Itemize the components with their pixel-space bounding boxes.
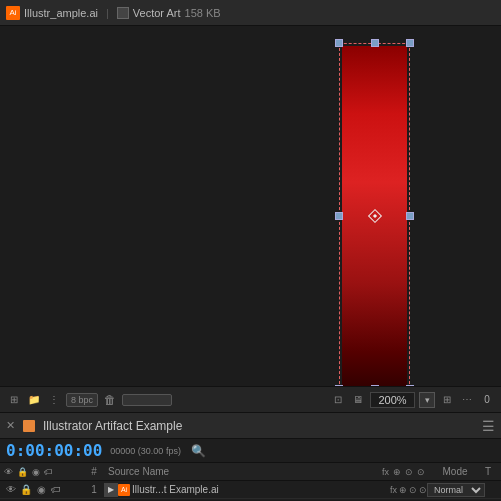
handle-bottom-mid[interactable]	[371, 385, 379, 386]
tag-col-header: 🏷	[44, 467, 53, 477]
file-size: 158 KB	[185, 7, 221, 19]
timecode: 0:00:00:00	[6, 441, 102, 460]
main-area	[0, 26, 501, 386]
monitor-icon[interactable]: 🖥	[350, 392, 366, 408]
col-icons-header: 👁 🔒 ◉ 🏷	[4, 467, 84, 477]
tab1-label: Illustr_ample.ai	[24, 7, 98, 19]
handle-top-right[interactable]	[406, 39, 414, 47]
status-icons-left: ⊞ 📁 ⋮ 8 bpc 🗑	[6, 392, 172, 408]
zoom-frame-icon[interactable]: ⊞	[439, 392, 455, 408]
trash-icon[interactable]: 🗑	[102, 392, 118, 408]
frame-rate: 00000 (30.00 fps)	[110, 446, 181, 456]
layer-play-button[interactable]: ▶	[104, 483, 118, 497]
col-blending-header: ⊕	[393, 467, 401, 477]
col-mode-header: Mode	[425, 466, 485, 477]
zoom-number: 0	[479, 392, 495, 408]
artwork-container[interactable]	[342, 46, 407, 386]
layer-row[interactable]: 👁 🔒 ◉ 🏷 1 ▶ Ai Illustr...t Example.ai fx…	[0, 481, 501, 499]
layer-misc2-icon[interactable]: ⊙	[419, 485, 427, 495]
solo-col-header: ◉	[32, 467, 40, 477]
tab-divider: |	[106, 7, 109, 19]
handle-right-mid[interactable]	[406, 212, 414, 220]
comp-swatch	[23, 420, 35, 432]
left-panel	[0, 26, 330, 386]
eye-col-header: 👁	[4, 467, 13, 477]
layer-name: Illustr...t Example.ai	[130, 484, 390, 495]
col-misc-header: ⊙	[405, 467, 413, 477]
preview-thumb	[122, 394, 172, 406]
layer-visibility-controls: 👁 🔒 ◉ 🏷	[4, 483, 84, 497]
handle-bottom-right[interactable]	[406, 385, 414, 386]
tab2-label: Vector Art	[133, 7, 181, 19]
tab-vector-art[interactable]: Vector Art 158 KB	[117, 7, 221, 19]
col-hash-header: #	[84, 466, 104, 477]
col-t-header: T	[485, 466, 497, 477]
zoom-more-icon[interactable]: ⋯	[459, 392, 475, 408]
timeline-controls: 0:00:00:00 00000 (30.00 fps) 🔍	[0, 439, 501, 463]
zoom-fit-icon[interactable]: ⊡	[330, 392, 346, 408]
comp-menu-icon[interactable]: ☰	[482, 418, 495, 434]
illustrator-icon: Ai	[6, 6, 20, 20]
layer-ai-icon: Ai	[118, 484, 130, 496]
folder-icon[interactable]: 📁	[26, 392, 42, 408]
layer-lock-toggle[interactable]: 🔒	[19, 483, 33, 497]
comp-close-btn[interactable]: ✕	[6, 419, 15, 432]
layer-solo-toggle[interactable]: ◉	[34, 483, 48, 497]
layer-mode-select[interactable]: Normal	[427, 483, 485, 497]
handle-top-left[interactable]	[335, 39, 343, 47]
layer-headers: 👁 🔒 ◉ 🏷 # Source Name fx ⊕ ⊙ ⊙ Mode T	[0, 463, 501, 481]
flow-icon[interactable]: ⋮	[46, 392, 62, 408]
handle-left-mid[interactable]	[335, 212, 343, 220]
lock-col-header: 🔒	[17, 467, 28, 477]
status-bar: ⊞ 📁 ⋮ 8 bpc 🗑 ⊡ 🖥 200% ▾ ⊞ ⋯ 0	[0, 386, 501, 412]
col-misc2-header: ⊙	[417, 467, 425, 477]
layer-number: 1	[84, 484, 104, 495]
handle-bottom-left[interactable]	[335, 385, 343, 386]
zoom-dropdown-btn[interactable]: ▾	[419, 392, 435, 408]
zoom-level: 200%	[370, 392, 415, 408]
top-bar: Ai Illustr_ample.ai | Vector Art 158 KB	[0, 0, 501, 26]
grid-icon[interactable]: ⊞	[6, 392, 22, 408]
zoom-area: ⊡ 🖥 200% ▾ ⊞ ⋯ 0	[330, 392, 495, 408]
tab-illustr-ample[interactable]: Ai Illustr_ample.ai	[6, 6, 98, 20]
layer-tag-toggle[interactable]: 🏷	[49, 483, 63, 497]
layer-eye-toggle[interactable]: 👁	[4, 483, 18, 497]
layer-fx-icon[interactable]: fx	[390, 485, 397, 495]
comp-header: ✕ Illustrator Artifact Example ☰	[0, 413, 501, 439]
layer-misc1-icon[interactable]: ⊙	[409, 485, 417, 495]
col-source-header: Source Name	[104, 466, 382, 477]
col-fx-header: fx	[382, 467, 389, 477]
bpc-badge: 8 bpc	[66, 393, 98, 407]
layer-blend-icon[interactable]: ⊕	[399, 485, 407, 495]
tab2-swatch	[117, 7, 129, 19]
handle-top-mid[interactable]	[371, 39, 379, 47]
timeline-search-btn[interactable]: 🔍	[191, 444, 206, 458]
comp-panel: ✕ Illustrator Artifact Example ☰ 0:00:00…	[0, 412, 501, 500]
comp-title: Illustrator Artifact Example	[43, 419, 182, 433]
canvas-area[interactable]	[330, 26, 501, 386]
